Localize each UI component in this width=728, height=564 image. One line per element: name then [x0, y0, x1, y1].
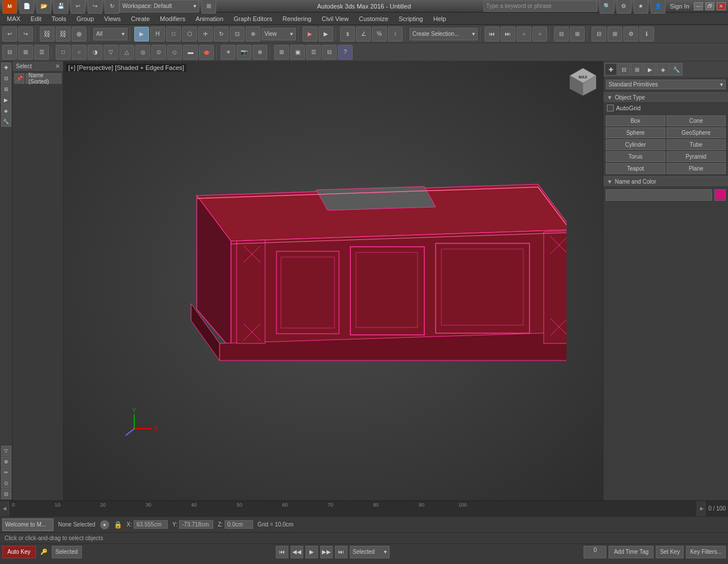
unlink-btn[interactable]: ⛓: [56, 27, 71, 42]
search-bar[interactable]: Type a keyword or phrase: [483, 1, 597, 12]
redo-btn[interactable]: ↪: [88, 0, 102, 14]
restore-btn[interactable]: 🗗: [705, 2, 714, 10]
render-btn[interactable]: ▶: [318, 27, 333, 42]
select-filter-icon[interactable]: ▽: [1, 446, 11, 456]
key-filters-btn[interactable]: Key Filters...: [686, 546, 726, 558]
track-scroll-right-btn[interactable]: ▶: [697, 501, 706, 516]
snap-angle-btn[interactable]: ∠: [356, 27, 371, 42]
plane-create-btn[interactable]: ▬: [183, 45, 198, 60]
select-scale-btn[interactable]: ⊡: [230, 27, 245, 42]
autogrid-checkbox[interactable]: [607, 105, 614, 111]
status-lock-icon[interactable]: 🔒: [114, 521, 122, 529]
time-slider-btn[interactable]: ⊟: [554, 27, 569, 42]
object-type-collapse[interactable]: ▼: [607, 94, 613, 101]
select-rotate-btn[interactable]: ↻: [214, 27, 229, 42]
scene-explorer-btn[interactable]: ☰: [34, 45, 49, 60]
teapot-btn[interactable]: Teapot: [606, 163, 665, 174]
name-color-collapse[interactable]: ▼: [607, 179, 613, 185]
menu-customize[interactable]: Customize: [354, 14, 393, 23]
bind-btn[interactable]: ⊕: [72, 27, 86, 42]
user-icon[interactable]: 👤: [651, 0, 665, 14]
paint-icon[interactable]: ✏: [1, 467, 11, 478]
render-setup-btn[interactable]: ▶: [303, 27, 317, 42]
tube-create-btn[interactable]: ⊙: [151, 45, 166, 60]
layer-toggle[interactable]: ⊞: [18, 45, 33, 60]
undo-btn[interactable]: ↩: [71, 0, 85, 14]
pyramid-btn[interactable]: Pyramid: [667, 151, 726, 162]
menu-create[interactable]: Create: [126, 14, 154, 23]
color-swatch[interactable]: [714, 189, 726, 201]
menu-modifiers[interactable]: Modifiers: [155, 14, 190, 23]
favorites-icon[interactable]: ★: [634, 0, 648, 14]
link-btn[interactable]: ⛓: [40, 27, 55, 42]
anim-mode-btn[interactable]: ○: [516, 27, 531, 42]
align-btn[interactable]: ☰: [306, 45, 321, 60]
geosphere-create-btn[interactable]: ◇: [167, 45, 182, 60]
teapot-create-btn[interactable]: 🫖: [199, 45, 214, 60]
cone-create-btn[interactable]: ▽: [104, 45, 118, 60]
select-filter-dropdown[interactable]: All ▾: [93, 28, 127, 40]
layer-icon[interactable]: ⊟: [1, 489, 11, 499]
signin-btn[interactable]: Sign In: [668, 3, 692, 10]
app-icon[interactable]: M: [2, 0, 17, 14]
tab-create[interactable]: ✚: [605, 63, 617, 76]
help-btn[interactable]: ?: [338, 45, 353, 60]
frame-input[interactable]: 0: [584, 546, 606, 558]
light-create-btn[interactable]: ☀: [221, 45, 235, 60]
tab-motion[interactable]: ▶: [644, 63, 656, 76]
nav-cube[interactable]: MAX: [569, 67, 597, 96]
mirror-btn[interactable]: ⊟: [322, 45, 337, 60]
fence-region-btn[interactable]: ⬡: [182, 27, 197, 42]
auto-key-btn[interactable]: Auto Key: [2, 546, 36, 558]
curve-editor-btn[interactable]: ⊞: [570, 27, 585, 42]
menu-group[interactable]: Group: [72, 14, 99, 23]
cone-btn[interactable]: Cone: [667, 115, 726, 126]
open-btn[interactable]: 📂: [36, 0, 51, 14]
grid-snap-btn[interactable]: ▣: [290, 45, 305, 60]
add-time-tag-btn[interactable]: Add Time Tag: [609, 546, 653, 558]
grid-btn[interactable]: ⊞: [274, 45, 289, 60]
menu-animation[interactable]: Animation: [191, 14, 228, 23]
menu-tools[interactable]: Tools: [47, 14, 71, 23]
standard-primitives-dropdown[interactable]: Standard Primitives ▾: [606, 80, 726, 89]
pyramid-create-btn[interactable]: △: [119, 45, 134, 60]
save-btn[interactable]: 💾: [53, 0, 68, 14]
object-name-input[interactable]: [606, 189, 712, 201]
play-anim-btn[interactable]: ⏮: [485, 27, 499, 42]
workspace-dropdown[interactable]: Workspace: Default ▾: [119, 0, 199, 13]
prev-frame-anim-btn[interactable]: ◀◀: [291, 546, 303, 558]
view-dropdown[interactable]: View ▾: [262, 28, 296, 40]
cylinder-btn[interactable]: Cylinder: [606, 139, 665, 150]
display-icon[interactable]: ◈: [1, 106, 11, 116]
hist-btn[interactable]: ↻: [105, 0, 119, 14]
selected-btn[interactable]: Selected: [52, 546, 82, 558]
track-scroll-left-btn[interactable]: ◀: [0, 501, 9, 516]
utilities-icon[interactable]: 🔧: [1, 117, 11, 127]
select-name-btn[interactable]: H: [150, 27, 165, 42]
menu-edit[interactable]: Edit: [26, 14, 46, 23]
playback-mode-dropdown[interactable]: Selected ▾: [350, 546, 390, 558]
cylinder-create-btn[interactable]: ◑: [88, 45, 102, 60]
box-btn[interactable]: Box: [606, 115, 665, 126]
menu-scripting[interactable]: Scripting: [394, 14, 428, 23]
minimize-btn[interactable]: —: [694, 2, 703, 10]
plane-btn[interactable]: Plane: [667, 163, 726, 174]
next-frame-btn[interactable]: ○: [532, 27, 547, 42]
layer-mgr-btn[interactable]: ⊟: [592, 27, 606, 42]
sphere-btn[interactable]: Sphere: [606, 127, 665, 138]
box-create-btn[interactable]: □: [56, 45, 71, 60]
hierarchy-icon[interactable]: ⊞: [1, 84, 11, 94]
create-selection-dropdown[interactable]: Create Selection... ▾: [410, 28, 478, 40]
menu-graph-editors[interactable]: Graph Editors: [229, 14, 277, 23]
helper-create-btn[interactable]: ⊕: [253, 45, 267, 60]
menu-views[interactable]: Views: [100, 14, 125, 23]
select-btn[interactable]: ▶: [134, 27, 149, 42]
snap-percent-btn[interactable]: %: [372, 27, 387, 42]
settings-btn[interactable]: ⚙: [623, 27, 638, 42]
undo-btn[interactable]: ↩: [2, 27, 17, 42]
menu-help[interactable]: Help: [429, 14, 451, 23]
snap-3d-btn[interactable]: 3: [340, 27, 355, 42]
scene-panel-close-icon[interactable]: ✕: [55, 63, 60, 69]
torus-btn[interactable]: Torus: [606, 151, 665, 162]
prev-frame-btn[interactable]: ⏭: [500, 27, 515, 42]
